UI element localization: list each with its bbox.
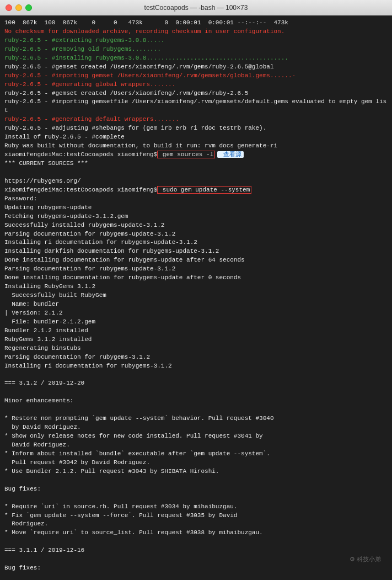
terminal-line: https://rubygems.org/	[4, 177, 388, 186]
terminal-line: Successfully built RubyGem	[4, 291, 388, 300]
terminal-line: * Use Bundler 2.1.2. Pull request #3043 …	[4, 467, 388, 476]
terminal-line: Name: bundler	[4, 300, 388, 309]
command-highlight: gem sources -l	[157, 151, 215, 158]
terminal-line: *** CURRENT SOURCES ***	[4, 159, 388, 168]
terminal-line: * Require `uri` in source.rb. Pull reque…	[4, 503, 388, 512]
title-bar: testCocoapods — -bash — 100×73	[0, 0, 392, 15]
terminal-line: Fetching rubygems-update-3.1.2.gem	[4, 212, 388, 221]
terminal-line: Parsing documentation for rubygems-updat…	[4, 265, 388, 274]
terminal-line: ruby-2.6.5 - #gemset created /Users/xiao…	[4, 63, 388, 72]
terminal-line: * Fix `gem update --system --force`. Pul…	[4, 512, 388, 520]
terminal-line: Bug fixes:	[4, 564, 388, 573]
maximize-button[interactable]	[25, 4, 32, 11]
terminal-line: ruby-2.6.5 - #generating default wrapper…	[4, 115, 388, 124]
terminal-line: === 3.1.1 / 2019-12-16	[4, 546, 388, 555]
terminal-line: ruby-2.6.5 - #generating global wrappers…	[4, 81, 388, 89]
terminal-line: * Move `require uri` to source_list. Pul…	[4, 529, 388, 538]
terminal-line: ruby-2.6.5 - #installing rubygems-3.0.8.…	[4, 54, 388, 63]
terminal-line: Installing RubyGems 3.1.2	[4, 283, 388, 291]
terminal-line: Parsing documentation for rubygems-updat…	[4, 230, 388, 239]
watermark-text: 科技小弟	[357, 556, 381, 562]
window-title: testCocoapods — -bash — 100×73	[144, 4, 248, 12]
terminal-line: No checksum for downloaded archive, reco…	[4, 28, 388, 36]
terminal-line: Pull request #3042 by David Rodriguez.	[4, 459, 388, 467]
terminal-line: Ruby was built without documentation, to…	[4, 142, 388, 151]
terminal-line	[4, 573, 388, 580]
terminal-line	[4, 388, 388, 397]
terminal-line: ruby-2.6.5 - #importing gemsetfile /User…	[4, 98, 388, 115]
terminal-line-update: xiaomifengdeiMac:testCocoapods xiaomifen…	[4, 186, 388, 195]
terminal-line: ruby-2.6.5 - #gemset created /Users/xiao…	[4, 89, 388, 98]
terminal-line-sources: xiaomifengdeiMac:testCocoapods xiaomifen…	[4, 151, 388, 159]
terminal-line	[4, 406, 388, 414]
terminal-line: Installing ri documentation for rubygems…	[4, 362, 388, 371]
terminal-line: Minor enhancements:	[4, 397, 388, 406]
terminal-content: 100 867k 100 867k 0 0 473k 0 0:00:01 0:0…	[0, 15, 392, 580]
close-button[interactable]	[6, 4, 12, 11]
terminal-line: Updating rubygems-update	[4, 204, 388, 212]
terminal-line: Installing darkfish documentation for ru…	[4, 247, 388, 256]
terminal-line: * Show only release notes for new code i…	[4, 432, 388, 441]
terminal-line: Parsing documentation for rubygems-3.1.2	[4, 353, 388, 362]
terminal-line: ruby-2.6.5 - #importing gemset /Users/xi…	[4, 72, 388, 81]
terminal-line: | Version: 2.1.2	[4, 309, 388, 318]
terminal-line: Install of ruby-2.6.5 - #complete	[4, 133, 388, 142]
terminal-line: ruby-2.6.5 - #removing old rubygems.....…	[4, 45, 388, 54]
terminal-line: Successfully installed rubygems-update-3…	[4, 221, 388, 230]
terminal-line	[4, 555, 388, 564]
terminal-line: Done installing documentation for rubyge…	[4, 256, 388, 265]
terminal-line	[4, 371, 388, 380]
terminal-line: by David Rodriguez.	[4, 423, 388, 432]
terminal-line: Done installing documentation for rubyge…	[4, 274, 388, 283]
terminal-line: Installing ri documentation for rubygems…	[4, 238, 388, 247]
terminal-line: Regenerating binstubs	[4, 344, 388, 353]
terminal-line: === 3.1.2 / 2019-12-20	[4, 379, 388, 388]
watermark-icon: ⚙	[350, 556, 355, 562]
terminal-line: David Rodriguez.	[4, 441, 388, 450]
terminal-line	[4, 538, 388, 546]
terminal-line: ruby-2.6.5 - #adjusting #shebangs for (g…	[4, 124, 388, 133]
terminal-line	[4, 168, 388, 177]
terminal-line: * Restore non prompting `gem update --sy…	[4, 414, 388, 423]
watermark: ⚙ 科技小弟	[350, 555, 381, 563]
terminal-line: File: bundler-2.1.2.gem	[4, 318, 388, 327]
terminal-line: Bundler 2.1.2 installed	[4, 327, 388, 336]
terminal-line: 100 867k 100 867k 0 0 473k 0 0:00:01 0:0…	[4, 19, 388, 28]
terminal-line	[4, 476, 388, 485]
terminal-line: Password:	[4, 195, 388, 204]
annotation-label: 查看源	[217, 151, 244, 158]
terminal-line	[4, 494, 388, 503]
terminal-line: Rodriguez.	[4, 520, 388, 529]
terminal-line: Bug fixes:	[4, 485, 388, 494]
command-highlight-2: sudo gem update --system	[157, 186, 251, 194]
terminal-line: * Inform about installed `bundle` execut…	[4, 450, 388, 459]
terminal-line: RubyGems 3.1.2 installed	[4, 336, 388, 344]
terminal-line: ruby-2.6.5 - #extracting rubygems-3.0.8.…	[4, 36, 388, 45]
minimize-button[interactable]	[15, 4, 22, 11]
